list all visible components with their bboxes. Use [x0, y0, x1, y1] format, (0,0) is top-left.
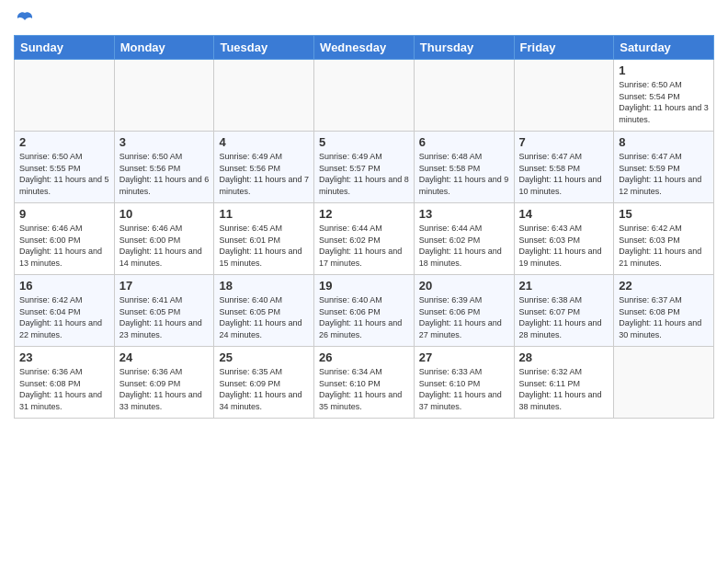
day-info: Sunrise: 6:42 AM Sunset: 6:04 PM Dayligh… [19, 294, 109, 340]
calendar-cell: 10Sunrise: 6:46 AM Sunset: 6:00 PM Dayli… [114, 203, 214, 275]
day-info: Sunrise: 6:48 AM Sunset: 5:58 PM Dayligh… [419, 151, 509, 197]
calendar-week-1: 1Sunrise: 6:50 AM Sunset: 5:54 PM Daylig… [15, 60, 714, 132]
day-number: 22 [619, 279, 709, 293]
day-info: Sunrise: 6:43 AM Sunset: 6:03 PM Dayligh… [519, 223, 609, 269]
day-number: 16 [19, 279, 109, 293]
calendar-cell [614, 347, 714, 419]
weekday-header-saturday: Saturday [614, 36, 714, 60]
calendar-cell: 17Sunrise: 6:41 AM Sunset: 6:05 PM Dayli… [114, 275, 214, 347]
calendar-week-3: 9Sunrise: 6:46 AM Sunset: 6:00 PM Daylig… [15, 203, 714, 275]
calendar-cell: 13Sunrise: 6:44 AM Sunset: 6:02 PM Dayli… [414, 203, 514, 275]
day-info: Sunrise: 6:49 AM Sunset: 5:57 PM Dayligh… [319, 151, 409, 197]
calendar-week-5: 23Sunrise: 6:36 AM Sunset: 6:08 PM Dayli… [15, 347, 714, 419]
calendar-cell [15, 60, 115, 132]
calendar-week-2: 2Sunrise: 6:50 AM Sunset: 5:55 PM Daylig… [15, 132, 714, 203]
calendar-cell: 28Sunrise: 6:32 AM Sunset: 6:11 PM Dayli… [514, 347, 614, 419]
day-number: 3 [119, 135, 210, 149]
day-number: 27 [419, 350, 509, 364]
calendar-table: SundayMondayTuesdayWednesdayThursdayFrid… [14, 35, 714, 419]
calendar-cell: 24Sunrise: 6:36 AM Sunset: 6:09 PM Dayli… [114, 347, 214, 419]
calendar-cell [114, 60, 214, 132]
day-info: Sunrise: 6:47 AM Sunset: 5:59 PM Dayligh… [619, 151, 709, 197]
weekday-header-friday: Friday [514, 36, 614, 60]
day-info: Sunrise: 6:42 AM Sunset: 6:03 PM Dayligh… [619, 223, 709, 269]
calendar-cell: 21Sunrise: 6:38 AM Sunset: 6:07 PM Dayli… [514, 275, 614, 347]
day-info: Sunrise: 6:39 AM Sunset: 6:06 PM Dayligh… [419, 294, 509, 340]
calendar-cell: 4Sunrise: 6:49 AM Sunset: 5:56 PM Daylig… [214, 132, 314, 203]
day-info: Sunrise: 6:33 AM Sunset: 6:10 PM Dayligh… [419, 366, 509, 412]
day-number: 26 [319, 350, 409, 364]
day-number: 2 [19, 135, 109, 149]
calendar-cell: 9Sunrise: 6:46 AM Sunset: 6:00 PM Daylig… [15, 203, 115, 275]
calendar-cell [214, 60, 314, 132]
calendar-cell: 25Sunrise: 6:35 AM Sunset: 6:09 PM Dayli… [214, 347, 314, 419]
day-info: Sunrise: 6:37 AM Sunset: 6:08 PM Dayligh… [619, 294, 709, 340]
calendar-cell: 19Sunrise: 6:40 AM Sunset: 6:06 PM Dayli… [314, 275, 415, 347]
day-number: 24 [119, 350, 210, 364]
logo-bird-icon [15, 9, 35, 29]
weekday-header-row: SundayMondayTuesdayWednesdayThursdayFrid… [15, 36, 714, 60]
day-number: 25 [219, 350, 309, 364]
day-info: Sunrise: 6:46 AM Sunset: 6:00 PM Dayligh… [19, 223, 109, 269]
calendar-cell: 11Sunrise: 6:45 AM Sunset: 6:01 PM Dayli… [214, 203, 314, 275]
day-info: Sunrise: 6:44 AM Sunset: 6:02 PM Dayligh… [419, 223, 509, 269]
page-container: SundayMondayTuesdayWednesdayThursdayFrid… [0, 0, 728, 428]
day-number: 1 [619, 63, 709, 77]
day-number: 20 [419, 279, 509, 293]
header [14, 9, 714, 29]
day-info: Sunrise: 6:50 AM Sunset: 5:54 PM Dayligh… [619, 79, 709, 125]
weekday-header-sunday: Sunday [15, 36, 115, 60]
day-info: Sunrise: 6:49 AM Sunset: 5:56 PM Dayligh… [219, 151, 309, 197]
day-info: Sunrise: 6:41 AM Sunset: 6:05 PM Dayligh… [119, 294, 210, 340]
day-number: 5 [319, 135, 409, 149]
day-info: Sunrise: 6:40 AM Sunset: 6:05 PM Dayligh… [219, 294, 309, 340]
day-number: 8 [619, 135, 709, 149]
day-info: Sunrise: 6:45 AM Sunset: 6:01 PM Dayligh… [219, 223, 309, 269]
calendar-cell [414, 60, 514, 132]
weekday-header-wednesday: Wednesday [314, 36, 415, 60]
day-number: 21 [519, 279, 609, 293]
day-info: Sunrise: 6:50 AM Sunset: 5:55 PM Dayligh… [19, 151, 109, 197]
day-number: 28 [519, 350, 609, 364]
day-number: 14 [519, 207, 609, 221]
day-info: Sunrise: 6:47 AM Sunset: 5:58 PM Dayligh… [519, 151, 609, 197]
calendar-cell: 2Sunrise: 6:50 AM Sunset: 5:55 PM Daylig… [15, 132, 115, 203]
calendar-cell: 20Sunrise: 6:39 AM Sunset: 6:06 PM Dayli… [414, 275, 514, 347]
weekday-header-monday: Monday [114, 36, 214, 60]
calendar-cell: 22Sunrise: 6:37 AM Sunset: 6:08 PM Dayli… [614, 275, 714, 347]
calendar-cell: 5Sunrise: 6:49 AM Sunset: 5:57 PM Daylig… [314, 132, 415, 203]
day-number: 15 [619, 207, 709, 221]
calendar-cell: 6Sunrise: 6:48 AM Sunset: 5:58 PM Daylig… [414, 132, 514, 203]
day-info: Sunrise: 6:46 AM Sunset: 6:00 PM Dayligh… [119, 223, 210, 269]
day-info: Sunrise: 6:50 AM Sunset: 5:56 PM Dayligh… [119, 151, 210, 197]
calendar-cell [514, 60, 614, 132]
calendar-cell: 26Sunrise: 6:34 AM Sunset: 6:10 PM Dayli… [314, 347, 415, 419]
calendar-cell: 27Sunrise: 6:33 AM Sunset: 6:10 PM Dayli… [414, 347, 514, 419]
day-number: 18 [219, 279, 309, 293]
calendar-cell: 3Sunrise: 6:50 AM Sunset: 5:56 PM Daylig… [114, 132, 214, 203]
day-number: 19 [319, 279, 409, 293]
day-info: Sunrise: 6:44 AM Sunset: 6:02 PM Dayligh… [319, 223, 409, 269]
day-info: Sunrise: 6:40 AM Sunset: 6:06 PM Dayligh… [319, 294, 409, 340]
calendar-cell: 15Sunrise: 6:42 AM Sunset: 6:03 PM Dayli… [614, 203, 714, 275]
calendar-cell: 18Sunrise: 6:40 AM Sunset: 6:05 PM Dayli… [214, 275, 314, 347]
calendar-cell: 12Sunrise: 6:44 AM Sunset: 6:02 PM Dayli… [314, 203, 415, 275]
calendar-cell: 16Sunrise: 6:42 AM Sunset: 6:04 PM Dayli… [15, 275, 115, 347]
calendar-cell [314, 60, 415, 132]
calendar-cell: 23Sunrise: 6:36 AM Sunset: 6:08 PM Dayli… [15, 347, 115, 419]
calendar-cell: 1Sunrise: 6:50 AM Sunset: 5:54 PM Daylig… [614, 60, 714, 132]
day-number: 11 [219, 207, 309, 221]
day-info: Sunrise: 6:36 AM Sunset: 6:08 PM Dayligh… [19, 366, 109, 412]
day-number: 10 [119, 207, 210, 221]
calendar-week-4: 16Sunrise: 6:42 AM Sunset: 6:04 PM Dayli… [15, 275, 714, 347]
day-number: 13 [419, 207, 509, 221]
day-number: 23 [19, 350, 109, 364]
weekday-header-tuesday: Tuesday [214, 36, 314, 60]
day-number: 7 [519, 135, 609, 149]
day-number: 9 [19, 207, 109, 221]
day-info: Sunrise: 6:34 AM Sunset: 6:10 PM Dayligh… [319, 366, 409, 412]
day-number: 12 [319, 207, 409, 221]
calendar-cell: 8Sunrise: 6:47 AM Sunset: 5:59 PM Daylig… [614, 132, 714, 203]
day-info: Sunrise: 6:38 AM Sunset: 6:07 PM Dayligh… [519, 294, 609, 340]
day-number: 6 [419, 135, 509, 149]
